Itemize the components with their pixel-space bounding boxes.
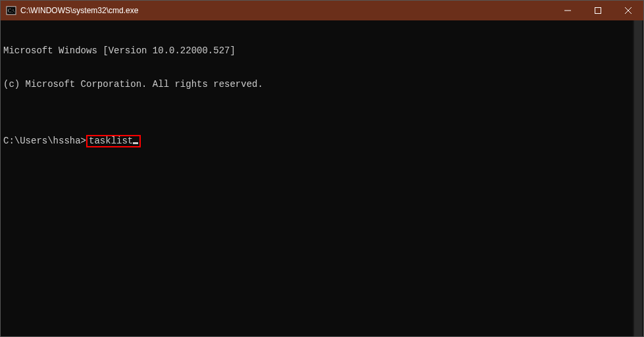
scrollbar-thumb[interactable] — [634, 20, 642, 336]
command-highlight: tasklist — [86, 135, 141, 147]
svg-rect-3 — [595, 8, 601, 14]
titlebar[interactable]: C:\ C:\WINDOWS\system32\cmd.exe — [1, 1, 643, 20]
typed-command: tasklist — [89, 136, 133, 146]
vertical-scrollbar[interactable] — [633, 20, 643, 336]
close-button[interactable] — [613, 1, 643, 20]
prompt-line: C:\Users\hssha>tasklist — [3, 135, 641, 147]
prompt-path: C:\Users\hssha> — [3, 136, 86, 147]
cmd-window: C:\ C:\WINDOWS\system32\cmd.exe Microsof… — [0, 0, 644, 337]
svg-text:C:\: C:\ — [8, 8, 15, 14]
minimize-button[interactable] — [553, 1, 583, 20]
maximize-button[interactable] — [583, 1, 613, 20]
window-title: C:\WINDOWS\system32\cmd.exe — [20, 6, 138, 15]
terminal-area[interactable]: Microsoft Windows [Version 10.0.22000.52… — [1, 20, 643, 336]
window-controls — [553, 1, 643, 20]
text-cursor — [133, 142, 138, 144]
copyright-line: (c) Microsoft Corporation. All rights re… — [3, 79, 641, 90]
cmd-icon: C:\ — [6, 5, 16, 16]
version-line: Microsoft Windows [Version 10.0.22000.52… — [3, 45, 641, 57]
